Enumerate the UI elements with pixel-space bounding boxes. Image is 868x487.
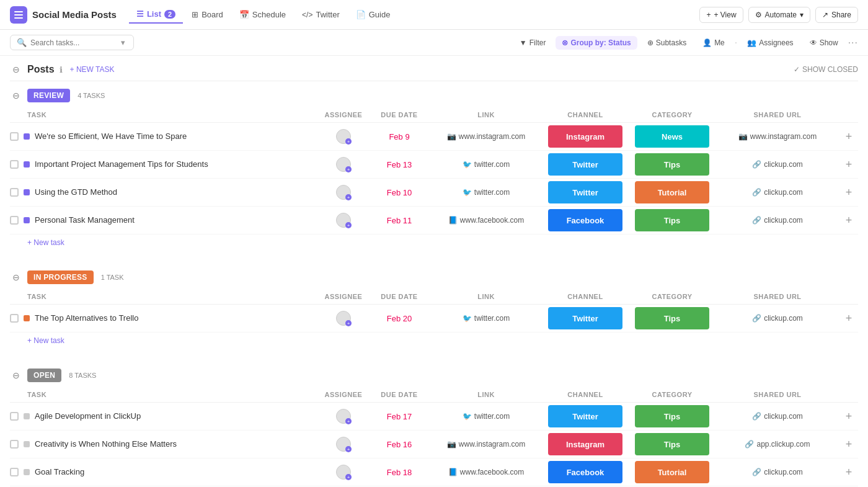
col-task: TASK (10, 111, 319, 118)
add-assignee-icon[interactable]: + (345, 474, 352, 480)
show-button[interactable]: 👁 Show (804, 36, 844, 50)
add-field-button[interactable]: + (839, 466, 858, 479)
open-task-count: 8 TASKS (69, 372, 96, 379)
collapse-open-button[interactable]: ⊖ (10, 369, 22, 382)
inprogress-group: ⊖ IN PROGRESS 1 TASK TASK ASSIGNEE DUE D… (10, 263, 858, 349)
add-assignee-icon[interactable]: + (345, 418, 352, 424)
add-assignee-icon[interactable]: + (345, 194, 352, 200)
show-closed-button[interactable]: ✓ SHOW CLOSED (794, 65, 858, 74)
inprogress-new-task-button[interactable]: + New task (10, 333, 858, 349)
add-field-button[interactable]: + (839, 312, 858, 325)
tab-twitter[interactable]: </> Twitter (294, 6, 347, 23)
tab-guide[interactable]: 📄 Guide (348, 6, 398, 23)
search-input[interactable] (30, 38, 117, 47)
task-category: Tips (629, 405, 715, 427)
col-shared-url: SHARED URL (715, 391, 839, 398)
task-name[interactable]: The Top Alternatives to Trello (10, 310, 319, 326)
subtasks-button[interactable]: ⊕ Subtasks (641, 36, 693, 50)
task-name[interactable]: We're so Efficient, We Have Time to Spar… (10, 128, 319, 145)
shared-url-icon: 🔗 (752, 412, 761, 421)
assignees-button[interactable]: 👥 Assignees (741, 36, 799, 50)
add-field-button[interactable]: + (839, 158, 858, 171)
task-link[interactable]: 🐦 twitter.com (430, 412, 542, 421)
collapse-inprogress-button[interactable]: ⊖ (10, 271, 22, 284)
tab-board[interactable]: ⊞ Board (184, 6, 231, 23)
task-shared-url[interactable]: 🔗 clickup.com (715, 188, 839, 197)
add-field-button[interactable]: + (839, 438, 858, 451)
task-checkbox[interactable] (10, 440, 19, 449)
task-shared-url[interactable]: 📷 www.instagram.com (715, 132, 839, 141)
col-due-date: DUE DATE (368, 293, 430, 300)
task-name[interactable]: Important Project Management Tips for St… (10, 156, 319, 172)
task-link[interactable]: 📷 www.instagram.com (430, 132, 542, 141)
task-checkbox[interactable] (10, 160, 19, 169)
task-link[interactable]: 🐦 twitter.com (430, 160, 542, 169)
task-category: News (629, 125, 715, 148)
add-field-button[interactable]: + (839, 214, 858, 227)
tab-list[interactable]: ☰ List 2 (129, 6, 183, 24)
task-name[interactable]: Personal Task Management (10, 212, 319, 228)
add-view-button[interactable]: + + View (699, 7, 743, 23)
add-assignee-icon[interactable]: + (345, 166, 352, 172)
checkmark-icon: ✓ (794, 65, 800, 74)
task-name[interactable]: Agile Development in ClickUp (10, 408, 319, 424)
task-checkbox[interactable] (10, 216, 19, 225)
posts-info-icon[interactable]: ℹ (60, 65, 63, 74)
task-shared-url[interactable]: 🔗 clickup.com (715, 468, 839, 476)
task-name[interactable]: Creativity is When Nothing Else Matters (10, 436, 319, 452)
search-box[interactable]: 🔍 ▾ (10, 35, 134, 50)
table-row: Goal Tracking + Feb 18 📘 www.facebook.co… (10, 458, 858, 486)
new-task-button[interactable]: + NEW TASK (70, 65, 115, 74)
app-icon (10, 6, 27, 24)
search-icon: 🔍 (17, 38, 27, 47)
add-assignee-icon[interactable]: + (345, 222, 352, 228)
open-header: ⊖ OPEN 8 TASKS (10, 361, 858, 387)
group-by-button[interactable]: ⊗ Group by: Status (556, 36, 637, 50)
task-shared-url[interactable]: 🔗 clickup.com (715, 412, 839, 421)
add-field-button[interactable]: + (839, 186, 858, 199)
task-shared-url[interactable]: 🔗 clickup.com (715, 160, 839, 169)
task-link[interactable]: 🐦 twitter.com (430, 314, 542, 323)
review-new-task-button[interactable]: + New task (10, 235, 858, 251)
me-icon: 👤 (702, 38, 712, 47)
review-group: ⊖ REVIEW 4 TASKS TASK ASSIGNEE DUE DATE … (10, 81, 858, 251)
task-assignee: + (319, 213, 368, 228)
task-name[interactable]: Goal Tracking (10, 464, 319, 480)
share-button[interactable]: ↗ Share (815, 7, 858, 23)
avatar: + (336, 157, 351, 172)
task-checkbox[interactable] (10, 132, 19, 141)
top-nav: Social Media Posts ☰ List 2 ⊞ Board 📅 Sc… (0, 0, 868, 30)
add-assignee-icon[interactable]: + (345, 138, 352, 145)
task-checkbox[interactable] (10, 188, 19, 197)
automate-button[interactable]: ⚙ Automate ▾ (748, 7, 810, 23)
task-checkbox[interactable] (10, 468, 19, 476)
open-group: ⊖ OPEN 8 TASKS TASK ASSIGNEE DUE DATE LI… (10, 361, 858, 487)
task-shared-url[interactable]: 🔗 clickup.com (715, 216, 839, 225)
add-field-button[interactable]: + (839, 130, 858, 143)
tab-schedule[interactable]: 📅 Schedule (232, 6, 293, 23)
add-assignee-icon[interactable]: + (345, 320, 352, 326)
task-link[interactable]: 📘 www.facebook.com (430, 216, 542, 225)
task-link[interactable]: 📷 www.instagram.com (430, 440, 542, 449)
more-button[interactable]: ··· (848, 37, 858, 48)
add-assignee-icon[interactable]: + (345, 446, 352, 452)
table-row: The Top Alternatives to Trello + Feb 20 … (10, 305, 858, 333)
filter-button[interactable]: ▼ Filter (513, 36, 552, 50)
shared-url-icon: 🔗 (752, 160, 761, 169)
task-shared-url[interactable]: 🔗 app.clickup.com (715, 440, 839, 449)
task-checkbox[interactable] (10, 314, 19, 323)
subtasks-icon: ⊕ (647, 38, 653, 47)
task-checkbox[interactable] (10, 412, 19, 421)
col-channel: CHANNEL (542, 111, 629, 118)
task-shared-url[interactable]: 🔗 clickup.com (715, 314, 839, 323)
collapse-review-button[interactable]: ⊖ (10, 89, 22, 102)
col-channel: CHANNEL (542, 391, 629, 398)
avatar: + (336, 311, 351, 326)
task-dot (24, 133, 30, 140)
me-button[interactable]: 👤 Me (696, 36, 731, 50)
add-field-button[interactable]: + (839, 410, 858, 423)
task-link[interactable]: 🐦 twitter.com (430, 188, 542, 197)
task-link[interactable]: 📘 www.facebook.com (430, 468, 542, 476)
collapse-posts-button[interactable]: ⊖ (10, 63, 22, 76)
task-name[interactable]: Using the GTD Method (10, 184, 319, 200)
